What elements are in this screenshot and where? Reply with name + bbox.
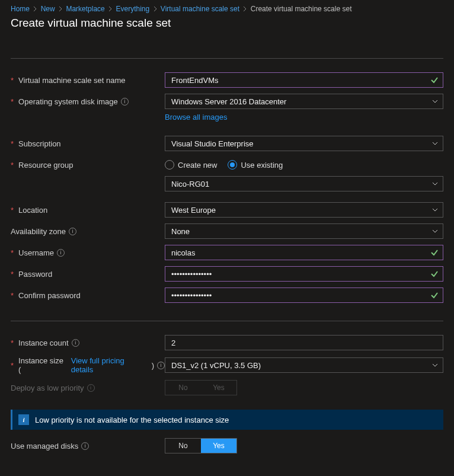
label-location: * Location (11, 206, 165, 215)
required-icon: * (11, 76, 14, 85)
label-size: * Instance size (View full pricing detai… (11, 356, 165, 374)
info-banner-icon: i (18, 414, 29, 425)
chevron-right-icon (33, 7, 37, 11)
chevron-right-icon (242, 7, 247, 11)
page-title: Create virtual machine scale set (0, 15, 454, 40)
info-icon[interactable]: i (72, 339, 79, 347)
section-basics (11, 58, 443, 66)
confirm-password-input[interactable] (165, 287, 443, 303)
label-user: * Username i (11, 248, 165, 257)
username-input[interactable] (165, 245, 443, 260)
required-icon: * (11, 291, 14, 300)
required-icon: * (11, 206, 14, 215)
required-icon: * (11, 338, 14, 347)
breadcrumb: Home New Marketplace Everything Virtual … (0, 0, 454, 15)
info-icon[interactable]: i (69, 228, 76, 235)
required-icon: * (11, 139, 14, 148)
info-banner-text: Low priority is not available for the se… (35, 416, 229, 424)
managed-yes[interactable]: Yes (201, 439, 236, 453)
managed-disks-toggle[interactable]: No Yes (165, 438, 237, 453)
rg-select[interactable]: Nico-RG01 (165, 176, 443, 191)
breadcrumb-marketplace[interactable]: Marketplace (66, 5, 104, 13)
label-name: * Virtual machine scale set name (11, 76, 165, 85)
info-icon[interactable]: i (81, 442, 89, 450)
label-cpwd: * Confirm password (11, 291, 165, 300)
info-icon[interactable]: i (57, 249, 65, 257)
breadcrumb-current: Create virtual machine scale set (251, 5, 352, 13)
chevron-right-icon (153, 7, 158, 11)
label-count: * Instance count i (11, 338, 165, 347)
chevron-right-icon (108, 7, 113, 11)
info-banner: i Low priority is not available for the … (11, 410, 443, 430)
os-select[interactable]: Windows Server 2016 Datacenter (165, 94, 443, 109)
required-icon: * (11, 270, 14, 279)
az-select[interactable]: None (165, 223, 443, 239)
required-icon: * (11, 97, 14, 106)
required-icon: * (11, 361, 14, 370)
breadcrumb-everything[interactable]: Everything (116, 5, 149, 13)
breadcrumb-home[interactable]: Home (11, 5, 30, 13)
managed-no[interactable]: No (165, 439, 201, 453)
lowprio-yes: Yes (201, 381, 236, 395)
breadcrumb-new[interactable]: New (41, 5, 55, 13)
location-select[interactable]: West Europe (165, 202, 443, 218)
label-pwd: * Password (11, 270, 165, 279)
label-managed: Use managed disks i (11, 442, 165, 451)
section-instances (11, 321, 443, 329)
info-icon[interactable]: i (157, 362, 165, 369)
pricing-link[interactable]: View full pricing details (71, 356, 149, 374)
lowprio-no: No (165, 381, 201, 395)
required-icon: * (11, 161, 14, 170)
size-select[interactable]: DS1_v2 (1 vCPU, 3.5 GB) (165, 357, 443, 373)
breadcrumb-vmss[interactable]: Virtual machine scale set (161, 5, 239, 13)
info-icon[interactable]: i (121, 98, 129, 106)
password-input[interactable] (165, 266, 443, 282)
label-subscription: * Subscription (11, 139, 165, 148)
required-icon: * (11, 248, 14, 257)
browse-images-link[interactable]: Browse all images (165, 113, 228, 122)
lowprio-toggle: No Yes (165, 380, 237, 395)
label-az: Availability zone i (11, 227, 165, 236)
subscription-select[interactable]: Visual Studio Enterprise (165, 136, 443, 151)
rg-create-radio[interactable]: Create new (165, 160, 217, 170)
instance-count-input[interactable] (165, 335, 443, 350)
chevron-right-icon (58, 7, 63, 11)
name-input[interactable] (165, 72, 443, 88)
label-os: * Operating system disk image i (11, 97, 165, 106)
label-rg: * Resource group (11, 161, 165, 170)
label-lowprio: Deploy as low priority i (11, 384, 165, 392)
info-icon: i (87, 384, 95, 392)
rg-existing-radio[interactable]: Use existing (228, 160, 283, 170)
